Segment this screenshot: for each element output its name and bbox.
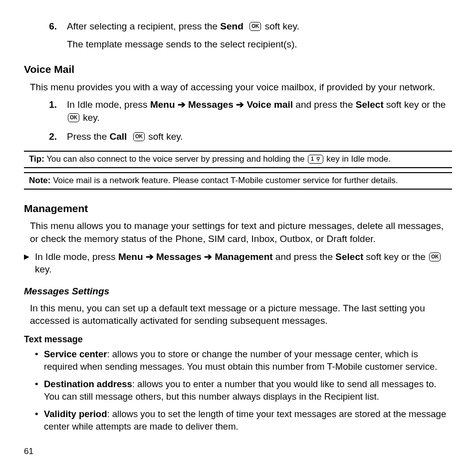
label: Validity period — [44, 409, 107, 419]
one-key-icon: 1 ⚲ — [308, 155, 323, 164]
bullet-service-center: • Service center: allows you to store or… — [24, 348, 452, 373]
note-label: Note: — [29, 176, 50, 185]
step-body: Press the Call OK soft key. — [67, 130, 452, 143]
ok-key-icon: OK — [249, 22, 261, 31]
bullet-body: Validity period: allows you to set the l… — [44, 408, 452, 433]
voice-mail-intro: This menu provides you with a way of acc… — [24, 81, 452, 94]
tip-callout: Tip: You can also connect to the voice s… — [24, 151, 452, 168]
select-label: Select — [356, 99, 384, 110]
management-heading: Management — [24, 202, 452, 216]
text: soft key or the — [363, 251, 428, 262]
management-intro: This menu allows you to manage your sett… — [24, 220, 452, 245]
messages-label: Messages — [188, 99, 234, 110]
step-line-1: After selecting a recipient, press the S… — [67, 20, 452, 33]
bullet-icon: • — [35, 378, 44, 403]
text: In Idle mode, press — [67, 99, 150, 110]
arrow-icon: ➔ — [143, 251, 156, 262]
ok-key-icon: OK — [133, 132, 145, 141]
bullet-body: Destination address: allows you to enter… — [44, 378, 452, 403]
text: key. — [83, 112, 99, 123]
text: key in Idle mode. — [326, 154, 391, 164]
text: soft key. — [148, 131, 183, 142]
nav-text: In Idle mode, press Menu ➔ Messages ➔ Ma… — [35, 250, 452, 276]
bullet-destination-address: • Destination address: allows you to ent… — [24, 378, 452, 403]
menu-label: Menu — [118, 251, 143, 262]
bullet-icon: • — [35, 348, 44, 373]
step-line-2: The template message sends to the select… — [67, 38, 452, 51]
document-page: 6. After selecting a recipient, press th… — [0, 0, 476, 433]
text: You can also connect to the voice server… — [44, 154, 307, 164]
voice-mail-heading: Voice Mail — [24, 62, 452, 76]
text: Voice mail is a network feature. Please … — [50, 176, 398, 185]
text: In Idle mode, press — [35, 251, 118, 262]
triangle-bullet-icon: ▶ — [24, 250, 35, 276]
text: and press the — [293, 99, 356, 110]
select-label: Select — [335, 251, 363, 262]
step-number: 6. — [34, 20, 67, 50]
note-callout: Note: Voice mail is a network feature. P… — [24, 172, 452, 190]
step-number: 2. — [34, 130, 67, 143]
management-label: Management — [215, 251, 272, 262]
step-6: 6. After selecting a recipient, press th… — [34, 20, 452, 50]
messages-label: Messages — [156, 251, 202, 262]
tip-label: Tip: — [29, 154, 44, 164]
management-nav-step: ▶ In Idle mode, press Menu ➔ Messages ➔ … — [24, 250, 452, 276]
bullet-body: Service center: allows you to store or c… — [44, 348, 452, 373]
label: Destination address — [44, 379, 132, 389]
arrow-icon: ➔ — [175, 99, 188, 110]
text: Press the — [67, 131, 110, 142]
text: key. — [35, 264, 51, 274]
text: and press the — [273, 251, 336, 262]
vm-step-1: 1. In Idle mode, press Menu ➔ Messages ➔… — [34, 98, 452, 124]
arrow-icon: ➔ — [234, 99, 247, 110]
bullet-validity-period: • Validity period: allows you to set the… — [24, 408, 452, 433]
ok-key-icon: OK — [68, 113, 79, 122]
menu-label: Menu — [150, 99, 175, 110]
label: Service center — [44, 349, 107, 359]
text: soft key. — [265, 21, 299, 31]
messages-settings-heading: Messages Settings — [24, 285, 452, 298]
step-number: 1. — [34, 98, 67, 124]
call-label: Call — [110, 131, 127, 142]
voice-mail-label: Voice mail — [246, 99, 293, 110]
page-number: 61 — [24, 447, 33, 457]
text: soft key or the — [384, 99, 446, 110]
text-message-heading: Text message — [24, 333, 452, 345]
vm-step-2: 2. Press the Call OK soft key. — [34, 130, 452, 143]
send-label: Send — [220, 21, 243, 31]
messages-settings-intro: In this menu, you can set up a default t… — [24, 302, 452, 327]
bullet-icon: • — [35, 408, 44, 433]
text: After selecting a recipient, press the — [67, 21, 220, 31]
step-body: In Idle mode, press Menu ➔ Messages ➔ Vo… — [67, 98, 452, 124]
arrow-icon: ➔ — [202, 251, 215, 262]
ok-key-icon: OK — [429, 252, 441, 261]
step-body: After selecting a recipient, press the S… — [67, 20, 452, 50]
